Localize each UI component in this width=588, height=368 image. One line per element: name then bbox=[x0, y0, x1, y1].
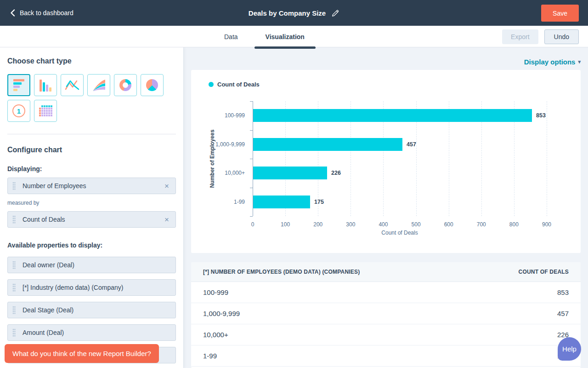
x-axis-tick-label: 700 bbox=[472, 221, 491, 228]
category-label: 1,000-9,999 bbox=[194, 141, 245, 148]
chart-type-single-value[interactable]: 1 bbox=[7, 100, 30, 122]
summary-table: [*] NUMBER OF EMPLOYEES (DEMO DATA) (COM… bbox=[191, 262, 581, 367]
measure-pill[interactable]: Count of Deals × bbox=[7, 211, 176, 228]
export-button[interactable]: Export bbox=[502, 29, 538, 44]
y-axis-title: Number of Employees bbox=[209, 130, 215, 188]
bar-value-label: 175 bbox=[314, 199, 324, 205]
chart-type-area[interactable] bbox=[87, 74, 110, 96]
x-axis-tick-label: 0 bbox=[243, 221, 262, 228]
back-to-dashboard-link[interactable]: Back to dashboard bbox=[10, 0, 74, 26]
table-cell: 100-999 bbox=[191, 282, 467, 303]
summary-table-card: [*] NUMBER OF EMPLOYEES (DEMO DATA) (COM… bbox=[191, 262, 581, 368]
area-chart-icon bbox=[92, 79, 106, 92]
table-header-dimension: [*] NUMBER OF EMPLOYEES (DEMO DATA) (COM… bbox=[191, 262, 467, 282]
vertical-bar-icon bbox=[40, 79, 51, 92]
top-header: Back to dashboard Deals by Company Size … bbox=[0, 0, 588, 26]
table-row: 10,000+226 bbox=[191, 324, 581, 345]
drag-handle-icon[interactable] bbox=[12, 261, 16, 269]
property-pill-label: Deal Stage (Deal) bbox=[23, 306, 170, 314]
chart-card: Count of Deals 0100200300400500600700800… bbox=[191, 70, 581, 253]
chart-type-pivot-table[interactable] bbox=[34, 100, 57, 122]
feedback-toast[interactable]: What do you think of the new Report Buil… bbox=[5, 344, 159, 363]
bar bbox=[253, 138, 402, 151]
drag-handle-icon[interactable] bbox=[12, 283, 16, 292]
chart-type-vertical-bar[interactable] bbox=[34, 74, 57, 96]
pie-chart-icon bbox=[146, 79, 158, 91]
back-label: Back to dashboard bbox=[20, 9, 74, 17]
tab-visualization[interactable]: Visualization bbox=[252, 26, 318, 47]
x-axis-tick-label: 400 bbox=[374, 221, 392, 228]
x-axis-title: Count of Deals bbox=[253, 230, 547, 236]
pivot-table-icon bbox=[39, 105, 52, 116]
horizontal-bar-icon bbox=[13, 79, 24, 91]
chart-type-pie[interactable] bbox=[141, 74, 164, 96]
save-button[interactable]: Save bbox=[541, 5, 579, 22]
category-label: 100-999 bbox=[194, 112, 245, 119]
legend-dot-icon bbox=[209, 82, 214, 87]
table-cell: 853 bbox=[467, 282, 581, 303]
bar bbox=[253, 196, 310, 208]
y-axis-tick bbox=[250, 188, 253, 188]
gridline bbox=[547, 101, 547, 216]
remove-icon[interactable]: × bbox=[164, 182, 170, 190]
property-pill[interactable]: [*] Industry (demo data) (Company) bbox=[7, 279, 176, 296]
table-cell: 10,000+ bbox=[191, 324, 467, 345]
bar-value-label: 853 bbox=[536, 112, 546, 119]
drag-handle-icon[interactable] bbox=[12, 306, 16, 314]
displaying-pill[interactable]: Number of Employees × bbox=[7, 178, 176, 194]
measured-by-label: measured by bbox=[7, 200, 176, 206]
configure-chart-heading: Configure chart bbox=[7, 146, 176, 154]
property-pill[interactable]: Amount (Deal) bbox=[7, 324, 176, 341]
drag-handle-icon[interactable] bbox=[12, 215, 16, 224]
legend-item[interactable]: Count of Deals bbox=[209, 81, 260, 88]
table-cell: 1,000-9,999 bbox=[191, 303, 467, 324]
drag-handle-icon[interactable] bbox=[12, 182, 16, 190]
table-header-row: [*] NUMBER OF EMPLOYEES (DEMO DATA) (COM… bbox=[191, 262, 581, 282]
undo-button[interactable]: Undo bbox=[544, 29, 579, 44]
x-axis-tick-label: 100 bbox=[276, 221, 294, 228]
measure-pill-label: Count of Deals bbox=[23, 216, 164, 223]
edit-title-pencil-icon[interactable] bbox=[332, 9, 339, 17]
category-label: 10,000+ bbox=[194, 170, 245, 176]
tabs: DataVisualization bbox=[210, 26, 318, 47]
x-axis-tick-label: 800 bbox=[505, 221, 523, 228]
x-axis-tick-label: 900 bbox=[537, 221, 556, 228]
bar bbox=[253, 167, 327, 179]
table-row: 1,000-9,999457 bbox=[191, 303, 581, 324]
legend-label: Count of Deals bbox=[217, 81, 260, 88]
property-pill[interactable]: Deal Stage (Deal) bbox=[7, 302, 176, 318]
bar bbox=[253, 109, 532, 122]
category-label: 1-99 bbox=[194, 199, 245, 205]
sidebar-divider bbox=[7, 134, 176, 134]
table-cell: 1-99 bbox=[191, 345, 467, 366]
bar-value-label: 457 bbox=[407, 141, 416, 148]
drag-handle-icon[interactable] bbox=[12, 328, 16, 337]
chevron-down-icon: ▾ bbox=[578, 59, 581, 65]
help-button[interactable]: Help bbox=[558, 337, 581, 361]
property-pill[interactable]: Deal owner (Deal) bbox=[7, 257, 176, 273]
table-header-measure: COUNT OF DEALS bbox=[467, 262, 581, 282]
chart-type-donut[interactable] bbox=[114, 74, 137, 96]
available-properties-heading: Available properties to display: bbox=[7, 242, 176, 249]
chart-type-horizontal-bar[interactable] bbox=[7, 74, 30, 96]
property-pill-label: Deal owner (Deal) bbox=[23, 261, 170, 269]
back-chevron-icon bbox=[10, 9, 15, 17]
displaying-label: Displaying: bbox=[7, 165, 176, 172]
single-value-icon: 1 bbox=[12, 104, 25, 117]
table-row: 1-99175 bbox=[191, 345, 581, 366]
display-options-link[interactable]: Display options ▾ bbox=[524, 58, 581, 66]
remove-icon[interactable]: × bbox=[164, 216, 170, 224]
bar-value-label: 226 bbox=[331, 170, 341, 176]
y-axis-tick bbox=[250, 130, 253, 131]
y-axis-tick bbox=[250, 101, 253, 102]
configuration-sidebar: Choose chart type bbox=[0, 47, 184, 368]
chart-type-line[interactable] bbox=[61, 74, 84, 96]
available-properties-list: Deal owner (Deal)[*] Industry (demo data… bbox=[0, 257, 183, 341]
report-preview-area: Display options ▾ Count of Deals 0100200… bbox=[184, 47, 588, 368]
report-title: Deals by Company Size bbox=[249, 9, 326, 17]
tab-data[interactable]: Data bbox=[210, 26, 252, 47]
property-pill-label: [*] Industry (demo data) (Company) bbox=[23, 284, 170, 291]
chart-type-grid: 1 bbox=[7, 74, 171, 122]
displaying-pill-label: Number of Employees bbox=[23, 182, 164, 190]
donut-chart-icon bbox=[119, 79, 131, 91]
